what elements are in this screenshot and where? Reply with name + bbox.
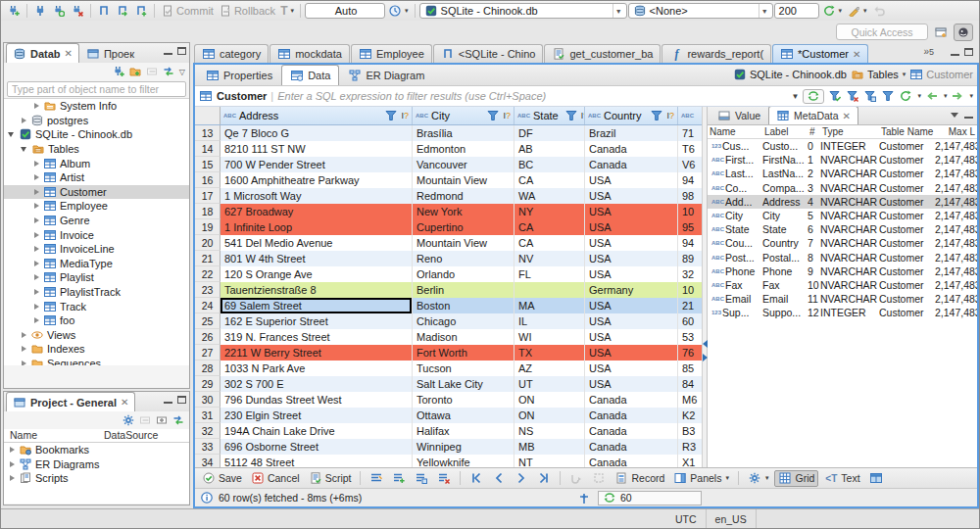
table-row[interactable]: 29302 S 700 ESalt Lake CityUTUSA84 <box>195 376 702 392</box>
editor-tab-mockdata[interactable]: mockdata <box>270 44 350 63</box>
row-number[interactable]: 18 <box>195 204 220 219</box>
tab-database-navigator[interactable]: Datab ✕ <box>6 43 79 63</box>
chevron-right-icon[interactable] <box>10 447 15 453</box>
tree-item-views[interactable]: Views <box>4 328 189 343</box>
chevron-down-icon[interactable] <box>8 132 14 137</box>
meta-row[interactable]: ABCLast...LastNa...2NVARCHARCustomer2,14… <box>708 167 977 180</box>
chevron-right-icon[interactable] <box>34 274 39 280</box>
chevron-right-icon[interactable] <box>22 346 26 352</box>
object-filter-input[interactable] <box>7 81 186 97</box>
reconnect-button[interactable] <box>50 2 68 20</box>
grid-cell[interactable]: USA <box>585 204 678 219</box>
grid-cell[interactable]: USA <box>585 313 678 329</box>
grid-cell[interactable]: V6 <box>678 157 702 172</box>
row-number[interactable]: 32 <box>195 423 220 439</box>
link-with-editor-icon[interactable] <box>172 414 185 427</box>
grid-cell[interactable]: M6 <box>678 392 702 408</box>
meta-row[interactable]: ABCEmailEmail11NVARCHARCustomer2,147,483 <box>708 292 977 306</box>
grid-cell[interactable]: 10 <box>678 282 702 298</box>
minimize-icon[interactable] <box>164 47 172 55</box>
grid-cell[interactable]: 53 <box>678 329 702 345</box>
grid-cell[interactable]: 801 W 4th Street <box>220 251 413 266</box>
tree-item-playlisttrack[interactable]: PlaylistTrack <box>4 285 189 300</box>
row-number[interactable]: 16 <box>195 172 220 188</box>
gear-icon[interactable] <box>122 414 135 427</box>
table-row[interactable]: 22120 S Orange AveOrlandoFLUSA32 <box>195 266 702 282</box>
grid-cell[interactable]: 69 Salem Street <box>220 298 413 313</box>
cancel-button[interactable]: Cancel <box>248 471 303 486</box>
grid-cell[interactable]: Edmonton <box>413 141 514 157</box>
grid-cell[interactable]: USA <box>585 266 678 282</box>
meta-row[interactable]: ABCFirst...FirstNa...1NVARCHARCustomer2,… <box>708 153 977 167</box>
tree-item-album[interactable]: Album <box>4 156 189 170</box>
editor-tab-rewards-report-[interactable]: frewards_report( <box>662 44 771 63</box>
grid-corner[interactable] <box>195 107 220 124</box>
filter-apply-icon[interactable] <box>828 90 842 103</box>
view-table-button[interactable] <box>866 471 886 486</box>
active-connection-combo[interactable]: SQLite - Chinook.db ▼ <box>419 3 627 19</box>
refresh-box[interactable] <box>803 89 824 104</box>
grid-cell[interactable]: Tucson <box>413 361 514 376</box>
table-row[interactable]: 18627 BroadwayNew YorkNYUSA10 <box>195 204 702 219</box>
disconnect-button[interactable] <box>69 2 86 20</box>
view-menu-icon[interactable]: ▽ <box>179 68 185 76</box>
close-icon[interactable]: ✕ <box>843 111 851 121</box>
row-number[interactable]: 25 <box>195 313 220 329</box>
tab-projects[interactable]: Проек <box>79 43 141 63</box>
grid-cell[interactable]: Canada <box>585 423 678 439</box>
sync-connection-button[interactable]: ▾ <box>820 2 845 20</box>
meta-column-type[interactable]: Type <box>820 126 879 137</box>
grid-cell[interactable]: 1033 N Park Ave <box>220 361 413 376</box>
grid-cell[interactable]: Mountain View <box>413 172 514 188</box>
grid-cell[interactable]: 84 <box>678 376 702 392</box>
row-number[interactable]: 26 <box>195 329 220 345</box>
editor-tab-employee[interactable]: Employee <box>351 44 432 63</box>
grid-cell[interactable]: DF <box>514 125 585 141</box>
filter-icon[interactable] <box>881 90 895 103</box>
grid-cell[interactable]: 32 <box>678 266 702 282</box>
filter-save-icon[interactable] <box>863 90 877 103</box>
save-button[interactable]: Save <box>199 471 245 486</box>
open-sql-script-button[interactable] <box>114 2 131 20</box>
row-number[interactable]: 20 <box>195 235 220 251</box>
tree-item-indexes[interactable]: Indexes <box>4 342 189 357</box>
prev-row-button[interactable] <box>489 471 509 486</box>
grid-cell[interactable]: Winnipeg <box>413 439 514 455</box>
chevron-right-icon[interactable] <box>34 317 39 323</box>
transaction-log-button[interactable]: ▾ <box>386 2 411 20</box>
grid-cell[interactable]: 230 Elgin Street <box>220 408 413 423</box>
tree-item-foo[interactable]: foo <box>4 313 189 328</box>
locate-row-icon[interactable] <box>577 492 591 505</box>
grid-cell[interactable]: 1 Infinite Loop <box>220 219 413 235</box>
meta-row[interactable]: ABCCo...Compa...3NVARCHARCustomer2,147,4… <box>708 181 977 195</box>
meta-row[interactable]: ABCFaxFax10NVARCHARCustomer2,147,483 <box>708 278 977 292</box>
row-number[interactable]: 15 <box>195 157 220 172</box>
grid-cell[interactable]: 541 Del Medio Avenue <box>220 235 413 251</box>
meta-row[interactable]: ABCStateState6NVARCHARCustomer2,147,483 <box>708 222 977 236</box>
rollback-button[interactable]: Rollback <box>217 2 277 20</box>
table-row[interactable]: 33696 Osborne StreetWinnipegMBCanadaR3 <box>195 439 702 455</box>
grid-cell[interactable]: 71 <box>678 125 702 141</box>
grid-cell[interactable]: 60 <box>678 313 702 329</box>
grid-cell[interactable]: MA <box>514 298 585 313</box>
grid-cell[interactable]: Canada <box>585 157 678 172</box>
table-row[interactable]: 15700 W Pender StreetVancouverBCCanadaV6 <box>195 157 702 172</box>
row-number[interactable]: 31 <box>195 408 220 423</box>
connect-button[interactable] <box>31 2 49 20</box>
grid-cell[interactable]: Vancouver <box>413 157 514 172</box>
grid-cell[interactable]: Reno <box>413 251 514 266</box>
nav-back-icon[interactable] <box>925 90 939 103</box>
table-row[interactable]: 2469 Salem StreetBostonMAUSA21 <box>195 298 702 313</box>
meta-row[interactable]: ABCAdd...Address4NVARCHARCustomer2,147,4… <box>708 195 977 209</box>
grid-cell[interactable]: Yellowknife <box>413 455 514 467</box>
grid-cell[interactable]: 94 <box>678 235 702 251</box>
first-row-button[interactable] <box>466 471 486 486</box>
grid-cell[interactable]: MB <box>514 439 585 455</box>
panels-button[interactable]: Panels▾ <box>670 471 732 486</box>
grid-cell[interactable]: NY <box>514 204 585 219</box>
table-row[interactable]: 23Tauentzienstraße 8BerlinGermany10 <box>195 282 702 298</box>
grid-cell[interactable]: 796 Dundas Street West <box>220 392 413 408</box>
expand-all-icon[interactable] <box>155 414 169 427</box>
table-row[interactable]: 26319 N. Frances StreetMadisonWIUSA53 <box>195 329 702 345</box>
grid-cell[interactable]: 8210 111 ST NW <box>220 141 413 157</box>
